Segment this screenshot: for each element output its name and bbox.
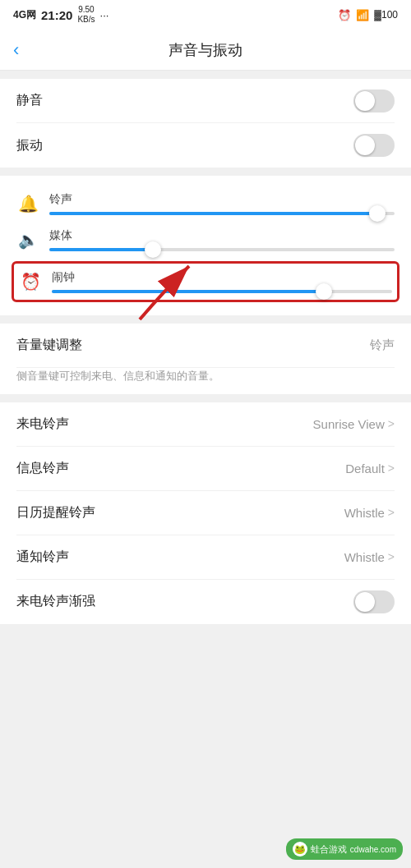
silent-label: 静音 [16, 92, 43, 109]
media-slider-row: 🔈 媒体 [16, 222, 395, 258]
ringtone-slider-content: 铃声 [49, 192, 395, 215]
silent-toggle[interactable] [353, 90, 395, 113]
incoming-ringtone-row[interactable]: 来电铃声 Sunrise View > [16, 402, 395, 447]
alarm-slider-thumb[interactable] [316, 283, 332, 300]
calendar-ringtone-row[interactable]: 日历提醒铃声 Whistle > [16, 491, 395, 535]
silent-row: 静音 [16, 79, 395, 123]
alarm-slider-row: ⏰ 闹钟 [19, 267, 392, 296]
page-title: 声音与振动 [169, 40, 242, 60]
carrier-text: 4G网 [13, 8, 36, 22]
vibration-toggle[interactable] [353, 134, 395, 157]
incoming-ringtone-chevron: > [388, 417, 395, 430]
calendar-ringtone-value-container: Whistle > [344, 506, 395, 520]
alarm-highlight-box: ⏰ 闹钟 [12, 261, 399, 302]
divider-4 [0, 394, 411, 402]
watermark-logo: 🐸 [293, 842, 307, 857]
watermark-text: 蛙合游戏 [311, 843, 347, 856]
ringtone-slider-thumb[interactable] [369, 205, 386, 222]
divider-3 [0, 315, 411, 324]
divider-2 [0, 168, 411, 176]
message-ringtone-value: Default [345, 462, 385, 475]
media-slider-fill [49, 248, 153, 251]
watermark-url: cdwahe.com [350, 845, 396, 854]
status-bar: 4G网 21:20 9.50KB/s ··· ⏰ 📶 ▓100 [0, 0, 411, 30]
ringtone-slider-row: 🔔 铃声 [16, 186, 395, 222]
gradual-ring-label: 来电铃声渐强 [16, 593, 95, 610]
volume-key-row[interactable]: 音量键调整 铃声 [16, 324, 395, 368]
ringtone-slider-label: 铃声 [49, 192, 395, 207]
alarm-slider-content: 闹钟 [52, 270, 392, 293]
incoming-ringtone-label: 来电铃声 [16, 416, 69, 433]
volume-key-value: 铃声 [370, 338, 395, 353]
page-header: ‹ 声音与振动 [0, 30, 411, 71]
notification-ringtone-value: Whistle [344, 550, 385, 564]
volume-key-label: 音量键调整 [16, 337, 82, 354]
ringtone-slider-track[interactable] [49, 212, 395, 215]
battery-icon: ▓100 [374, 9, 398, 21]
ringtone-section: 来电铃声 Sunrise View > 信息铃声 Default > 日历提醒铃… [0, 402, 411, 624]
message-ringtone-chevron: > [388, 462, 395, 475]
message-ringtone-value-container: Default > [345, 462, 395, 475]
message-ringtone-label: 信息铃声 [16, 460, 69, 477]
volume-key-description: 侧音量键可控制来电、信息和通知的音量。 [16, 368, 395, 394]
dots-text: ··· [100, 9, 109, 21]
media-slider-content: 媒体 [49, 228, 395, 251]
media-slider-thumb[interactable] [145, 241, 161, 258]
incoming-ringtone-value: Sunrise View [313, 417, 385, 431]
divider-1 [0, 71, 411, 79]
sliders-section: 🔔 铃声 🔈 媒体 ⏰ 闹钟 [0, 176, 411, 315]
time-text: 21:20 [41, 8, 72, 22]
vibration-row: 振动 [16, 123, 395, 168]
back-button[interactable]: ‹ [13, 39, 19, 61]
notification-ringtone-chevron: > [388, 550, 395, 563]
status-right: ⏰ 📶 ▓100 [338, 9, 398, 21]
watermark: 🐸 蛙合游戏 cdwahe.com [286, 838, 403, 860]
ringtone-slider-fill [49, 212, 377, 215]
alarm-slider-fill [52, 290, 324, 293]
media-slider-track[interactable] [49, 248, 395, 251]
media-slider-label: 媒体 [49, 228, 395, 243]
notification-ringtone-label: 通知铃声 [16, 549, 69, 566]
calendar-ringtone-value: Whistle [344, 506, 385, 520]
message-ringtone-row[interactable]: 信息铃声 Default > [16, 447, 395, 491]
calendar-ringtone-label: 日历提醒铃声 [16, 504, 95, 521]
clock-icon: ⏰ [19, 272, 42, 292]
bell-icon: 🔔 [16, 194, 39, 214]
alarm-slider-label: 闹钟 [52, 270, 392, 285]
notification-ringtone-row[interactable]: 通知铃声 Whistle > [16, 535, 395, 580]
status-left: 4G网 21:20 9.50KB/s ··· [13, 5, 109, 25]
gradual-ring-row: 来电铃声渐强 [16, 580, 395, 624]
alarm-icon: ⏰ [338, 9, 351, 21]
silent-vibration-section: 静音 振动 [0, 79, 411, 168]
wifi-icon: 📶 [356, 9, 369, 21]
gradual-ring-toggle[interactable] [353, 590, 395, 613]
notification-ringtone-value-container: Whistle > [344, 550, 395, 564]
alarm-slider-track[interactable] [52, 290, 392, 293]
vibration-label: 振动 [16, 137, 43, 154]
calendar-ringtone-chevron: > [388, 506, 395, 519]
volume-key-section: 音量键调整 铃声 侧音量键可控制来电、信息和通知的音量。 [0, 324, 411, 394]
incoming-ringtone-value-container: Sunrise View > [313, 417, 395, 431]
speed-text: 9.50KB/s [77, 5, 95, 25]
speaker-icon: 🔈 [16, 230, 39, 250]
